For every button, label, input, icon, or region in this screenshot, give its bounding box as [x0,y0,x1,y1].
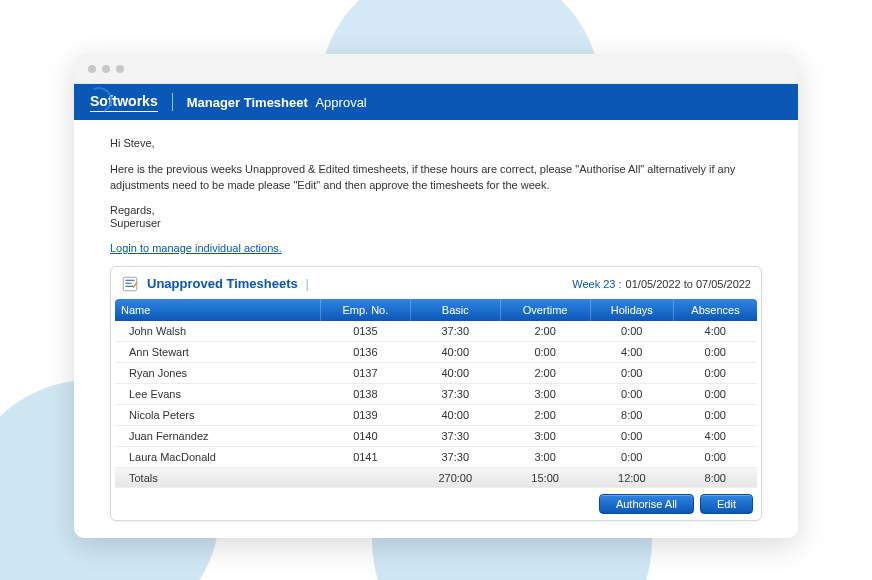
browser-window: Softworks Manager Timesheet Approval Hi … [74,54,798,538]
greeting: Hi Steve, [110,136,762,152]
app-header: Softworks Manager Timesheet Approval [74,84,798,120]
table-row[interactable]: Laura MacDonald014137:303:000:000:00 [115,446,757,467]
cell-abs: 0:00 [674,404,757,425]
totals-label: Totals [115,467,410,488]
cell-hol: 4:00 [590,341,673,362]
page-title-strong: Manager Timesheet [187,95,308,110]
timesheets-table: Name Emp. No. Basic Overtime Holidays Ab… [115,299,757,488]
cell-hol: 0:00 [590,362,673,383]
col-name[interactable]: Name [115,299,320,321]
cell-ot: 2:00 [500,321,590,342]
cell-abs: 4:00 [674,321,757,342]
brand-logo: Softworks [90,93,158,112]
cell-ot: 3:00 [500,425,590,446]
cell-hol: 8:00 [590,404,673,425]
cell-name: Lee Evans [115,383,320,404]
cell-basic: 40:00 [410,362,500,383]
window-dot [116,65,124,73]
cell-name: Juan Fernandez [115,425,320,446]
totals-holidays: 12:00 [590,467,673,488]
cell-ot: 2:00 [500,362,590,383]
logo-swoosh-icon [82,83,115,116]
cell-ot: 3:00 [500,446,590,467]
window-dot [102,65,110,73]
cell-emp: 0136 [320,341,410,362]
table-row[interactable]: John Walsh013537:302:000:004:00 [115,321,757,342]
cell-hol: 0:00 [590,383,673,404]
cell-abs: 0:00 [674,341,757,362]
col-empno[interactable]: Emp. No. [320,299,410,321]
cell-basic: 37:30 [410,425,500,446]
svg-rect-0 [123,277,137,291]
cell-ot: 3:00 [500,383,590,404]
authorise-all-button[interactable]: Authorise All [599,494,694,514]
cell-emp: 0139 [320,404,410,425]
col-absences[interactable]: Absences [674,299,757,321]
col-overtime[interactable]: Overtime [500,299,590,321]
table-row[interactable]: Nicola Peters013940:002:008:000:00 [115,404,757,425]
cell-emp: 0137 [320,362,410,383]
timesheet-icon [121,275,139,293]
week-range: 01/05/2022 to 07/05/2022 [626,278,751,290]
cell-hol: 0:00 [590,446,673,467]
cell-emp: 0138 [320,383,410,404]
cell-name: John Walsh [115,321,320,342]
cell-basic: 37:30 [410,321,500,342]
table-row[interactable]: Juan Fernandez014037:303:000:004:00 [115,425,757,446]
cell-basic: 40:00 [410,341,500,362]
cell-basic: 37:30 [410,383,500,404]
cell-emp: 0141 [320,446,410,467]
header-separator [172,93,173,111]
col-basic[interactable]: Basic [410,299,500,321]
message-body: Here is the previous weeks Unapproved & … [110,162,762,194]
timesheets-panel: Unapproved Timesheets | Week 23 : 01/05/… [110,266,762,521]
page-title-light: Approval [315,95,366,110]
table-row[interactable]: Ann Stewart013640:000:004:000:00 [115,341,757,362]
totals-absences: 8:00 [674,467,757,488]
cell-abs: 0:00 [674,383,757,404]
regards-label: Regards, [110,204,762,216]
table-row[interactable]: Ryan Jones013740:002:000:000:00 [115,362,757,383]
cell-basic: 37:30 [410,446,500,467]
edit-button[interactable]: Edit [700,494,753,514]
totals-basic: 270:00 [410,467,500,488]
totals-row: Totals270:0015:0012:008:00 [115,467,757,488]
window-titlebar [74,54,798,84]
cell-name: Nicola Peters [115,404,320,425]
cell-emp: 0140 [320,425,410,446]
cell-name: Ann Stewart [115,341,320,362]
login-link[interactable]: Login to manage individual actions. [110,242,282,254]
cell-name: Laura MacDonald [115,446,320,467]
cell-hol: 0:00 [590,425,673,446]
sender-name: Superuser [110,216,762,232]
cell-abs: 0:00 [674,362,757,383]
email-content: Hi Steve, Here is the previous weeks Una… [74,120,798,538]
cell-basic: 40:00 [410,404,500,425]
week-label: Week 23 : [572,278,621,290]
cell-ot: 0:00 [500,341,590,362]
window-dot [88,65,96,73]
table-row[interactable]: Lee Evans013837:303:000:000:00 [115,383,757,404]
cell-abs: 4:00 [674,425,757,446]
table-header-row: Name Emp. No. Basic Overtime Holidays Ab… [115,299,757,321]
totals-overtime: 15:00 [500,467,590,488]
cell-hol: 0:00 [590,321,673,342]
page-title: Manager Timesheet Approval [187,95,367,110]
action-row: Authorise All Edit [115,488,757,516]
col-holidays[interactable]: Holidays [590,299,673,321]
panel-title: Unapproved Timesheets | [147,276,309,291]
panel-header: Unapproved Timesheets | Week 23 : 01/05/… [115,271,757,299]
cell-abs: 0:00 [674,446,757,467]
cell-emp: 0135 [320,321,410,342]
cell-name: Ryan Jones [115,362,320,383]
cell-ot: 2:00 [500,404,590,425]
